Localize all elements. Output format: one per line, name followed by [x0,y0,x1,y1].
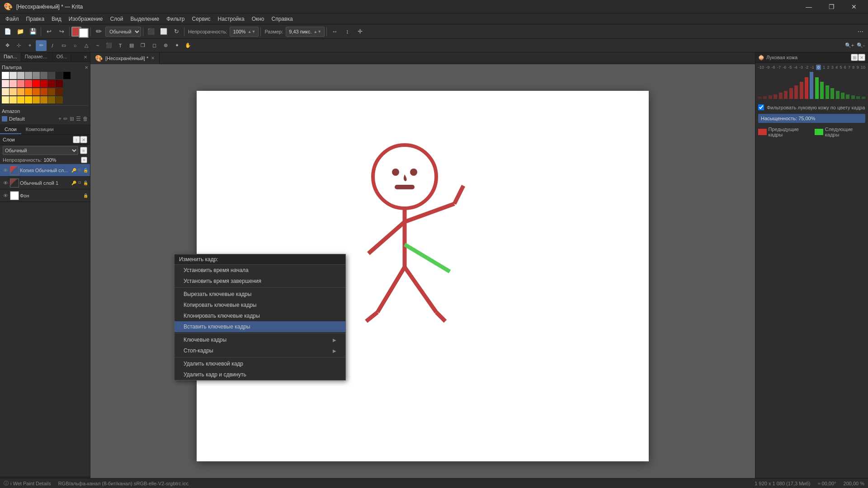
ctx-copy-keyframes[interactable]: Копировать ключевые кадры [175,300,345,310]
color-y2[interactable] [9,96,17,103]
brush-preset-button[interactable]: ✏ [93,26,104,38]
color-darkred[interactable] [40,80,47,87]
ctx-paste-keyframes[interactable]: Вставить ключевые кадры [175,321,345,332]
color-gray2[interactable] [33,72,40,79]
menu-window[interactable]: Окно [248,15,268,23]
right-toolbar-btn[interactable]: ⋯ [854,26,866,38]
redo-button[interactable]: ↪ [56,26,67,38]
new-file-button[interactable]: 📄 [2,26,14,38]
color-orange[interactable] [25,88,32,95]
layer-lock-icon-2[interactable]: 🔒 [83,193,88,198]
eraser-tool[interactable]: ◻ [149,40,160,51]
pattern-button[interactable]: ⬜ [158,26,170,38]
color-gray1[interactable] [25,72,32,79]
layer-opacity-menu-btn[interactable]: ≡ [81,157,87,163]
color-darkgray1[interactable] [40,72,47,79]
fill-tool[interactable]: ⬛ [104,40,114,51]
ctx-cut-keyframes[interactable]: Вырезать ключевые кадры [175,289,345,300]
tab-palette[interactable]: Пал... [0,52,21,61]
color-darkgray3[interactable] [56,72,63,79]
maximize-button[interactable]: ❐ [821,0,842,14]
layer-item-1[interactable]: 👁 Обычный слой 1 🔑 ⧉ 🔓 [0,177,90,189]
select-tool[interactable]: ⊹ [13,40,24,51]
menu-service[interactable]: Сервис [188,15,214,23]
transform-tool[interactable]: ✥ [2,40,13,51]
color-o1[interactable] [2,88,9,95]
ctx-clone-keyframes[interactable]: Клонировать ключевые кадры [175,310,345,321]
crosshair-button[interactable]: ✛ [354,26,366,38]
clone-tool[interactable]: ❐ [137,40,148,51]
color-y3[interactable] [17,96,24,103]
rect-tool[interactable]: ▭ [58,40,69,51]
layer-blend-icon[interactable]: ≡ [80,147,87,154]
minimize-button[interactable]: — [798,0,819,14]
opacity-stepper[interactable]: ▲▼ [248,29,256,34]
color-picker-tool[interactable]: ✦ [171,40,182,51]
color-brown1[interactable] [40,88,47,95]
ellipse-tool[interactable]: ○ [70,40,80,51]
text-tool[interactable]: T [115,40,126,51]
color-darkorange[interactable] [33,88,40,95]
tab-ob[interactable]: Об... [53,52,71,61]
layer-eye-2[interactable]: 👁 [2,192,9,199]
layers-options-btn[interactable]: ↕ [73,136,80,143]
fill-button[interactable]: ⬛ [145,26,157,38]
brush-tool[interactable]: ✏ [36,40,47,51]
zoom-out-tool[interactable]: 🔍- [855,40,866,51]
canvas-tab-0[interactable]: 🎨 [Несохранённый] * ✕ [90,52,160,64]
undo-button[interactable]: ↩ [43,26,55,38]
menu-view[interactable]: Вид [48,15,65,23]
refresh-button[interactable]: ↻ [170,26,182,38]
layer-eye-1[interactable]: 👁 [2,179,9,187]
edit-palette-icon[interactable]: ✏ [63,116,68,122]
curve-tool[interactable]: ~ [92,40,103,51]
ctx-stop-frames-sub[interactable]: Стоп-кадры ▶ [175,345,345,356]
layer-eye-0[interactable]: 👁 [2,167,9,174]
color-brown2[interactable] [48,88,55,95]
ctx-delete-keyframe[interactable]: Удалить ключевой кадр [175,358,345,369]
menu-help[interactable]: Справка [268,15,297,23]
canvas-viewport[interactable]: Изменить кадр: Установить время начала У… [90,64,755,488]
color-white[interactable] [2,72,9,79]
layer-item-2[interactable]: 👁 Фон 🔒 [0,189,90,202]
color-maroon[interactable] [48,80,55,87]
menu-edit[interactable]: Правка [23,15,48,23]
color-yellow[interactable] [25,96,32,103]
layer-blend-select[interactable]: Обычный [3,146,78,155]
delete-palette-icon[interactable]: 🗑 [83,116,88,122]
mirror-h-button[interactable]: ↔ [329,26,340,38]
save-button[interactable]: 💾 [27,26,39,38]
size-control[interactable]: 9,43 пикс. ▲▼ [286,27,325,37]
color-red[interactable] [33,80,40,87]
color-r3[interactable] [17,80,24,87]
palette-menu-icon[interactable]: ☰ [76,116,81,122]
line-tool[interactable]: / [47,40,58,51]
smart-patch-tool[interactable]: ⊛ [160,40,171,51]
color-lightgray2[interactable] [17,72,24,79]
color-brown3[interactable] [56,88,63,95]
pan-tool[interactable]: ✋ [183,40,193,51]
color-bg-button[interactable] [79,28,89,38]
ctx-keyframes-sub[interactable]: Ключевые кадры ▶ [175,334,345,345]
menu-select[interactable]: Выделение [127,15,163,23]
add-palette-btn[interactable]: + [58,116,61,122]
color-o3[interactable] [17,88,24,95]
menu-image[interactable]: Изображение [65,15,107,23]
color-black[interactable] [63,72,71,79]
layer-lock-icon-1[interactable]: 🔓 [83,180,88,186]
color-darkmaroon[interactable] [56,80,63,87]
ctx-set-start-time[interactable]: Установить время начала [175,265,345,276]
close-button[interactable]: ✕ [844,0,864,14]
color-olive[interactable] [48,96,55,103]
color-lightgray1[interactable] [9,72,17,79]
color-gold[interactable] [40,96,47,103]
polygon-tool[interactable]: △ [81,40,92,51]
freehand-select-tool[interactable]: ⌖ [24,40,35,51]
ctx-delete-and-shift[interactable]: Удалить кадр и сдвинуть [175,369,345,380]
menu-settings[interactable]: Настройка [214,15,248,23]
color-darkolive[interactable] [56,96,63,103]
open-button[interactable]: 📁 [14,26,26,38]
menu-filter[interactable]: Фильтр [163,15,188,23]
blend-mode-select[interactable]: Обычный [105,27,141,37]
opacity-control[interactable]: 100% ▲▼ [230,27,259,37]
